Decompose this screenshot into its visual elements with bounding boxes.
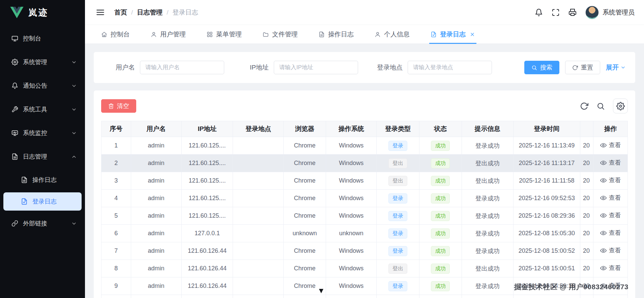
cell-actions: 查看	[593, 295, 628, 298]
sidebar-item-notice[interactable]: 通知公告	[3, 76, 82, 95]
table-row[interactable]: 2admin121.60.125....ChromeWindows登出成功登出成…	[101, 155, 628, 172]
column-header: 序号	[101, 121, 131, 137]
breadcrumb-item[interactable]: 日志管理	[137, 8, 163, 17]
cell-message: 登录成功	[462, 190, 513, 207]
sidebar-item-login-log[interactable]: 登录日志	[3, 192, 82, 211]
view-button[interactable]: 查看	[600, 211, 621, 219]
search-field-ip: IP地址	[237, 61, 358, 74]
content-area: 用户名IP地址登录地点 搜索 重置 展开	[85, 44, 644, 298]
cell-username: admin	[131, 155, 181, 172]
tab-profile[interactable]: 个人信息	[375, 25, 410, 44]
tab-login-log[interactable]: 登录日志	[431, 25, 475, 44]
view-label: 查看	[609, 211, 621, 219]
reset-button[interactable]: 重置	[565, 61, 600, 74]
cell-actions: 查看	[593, 155, 628, 172]
tab-label: 登录日志	[440, 30, 466, 39]
cell-login-type: 登出	[377, 172, 419, 190]
sidebar-item-system[interactable]: 系统管理	[3, 53, 82, 72]
cell-status: 成功	[419, 277, 462, 295]
sidebar-item-tools[interactable]: 系统工具	[3, 100, 82, 119]
breadcrumb-separator: /	[131, 9, 133, 16]
logo-text: 岚迹	[28, 7, 49, 19]
view-button[interactable]: 查看	[600, 246, 621, 254]
cell-status: 成功	[419, 155, 462, 172]
tab-users[interactable]: 用户管理	[151, 25, 186, 44]
search-toggle-icon[interactable]	[596, 102, 605, 110]
tab-files[interactable]: 文件管理	[263, 25, 298, 44]
search-button[interactable]: 搜索	[524, 61, 559, 74]
table-row[interactable]: 7admin121.60.126.44ChromeWindows登录成功登录成功…	[101, 242, 628, 260]
printer-icon[interactable]	[568, 8, 577, 17]
table-row[interactable]: 8admin121.60.126.44ChromeWindows登出成功登出成功…	[101, 260, 628, 277]
sidebar-item-logs[interactable]: 日志管理	[3, 147, 82, 166]
doc-check-icon	[431, 31, 437, 37]
cell-login-time: 2025-12-08 15:05:30	[513, 225, 580, 242]
view-button[interactable]: 查看	[600, 176, 621, 184]
table-row[interactable]: 9admin121.60.126.44ChromeWindows登录成功登录成功…	[101, 277, 628, 295]
status-tag: 成功	[431, 141, 450, 151]
cell-actions: 查看	[593, 225, 628, 242]
sidebar-item-op-log[interactable]: 操作日志	[3, 171, 82, 189]
cell-login-time: 2025-12-08 15:00:52	[513, 242, 580, 260]
cell-message: 登出成功	[462, 155, 513, 172]
tab-label: 文件管理	[272, 30, 298, 39]
username-input[interactable]	[140, 61, 224, 74]
sidebar-item-label: 系统监控	[23, 129, 71, 137]
view-button[interactable]: 查看	[600, 281, 621, 290]
cell-ip: 121.60.125....	[181, 207, 233, 225]
close-icon[interactable]	[470, 32, 475, 37]
tab-menus[interactable]: 菜单管理	[207, 25, 242, 44]
view-label: 查看	[609, 264, 621, 272]
view-button[interactable]: 查看	[600, 159, 621, 167]
app-root: 岚迹 控制台系统管理通知公告系统工具系统监控日志管理操作日志登录日志外部链接 首…	[0, 0, 644, 298]
refresh-table-icon[interactable]	[580, 102, 588, 110]
table-row[interactable]: 4admin121.60.125....ChromeWindows登录成功登录成…	[101, 190, 628, 207]
table-row[interactable]: 3admin121.60.125....ChromeWindows登出成功登出成…	[101, 172, 628, 190]
user-menu[interactable]: 系统管理员	[585, 6, 635, 19]
table-row[interactable]: 1admin121.60.125....ChromeWindows登录成功登录成…	[101, 137, 628, 155]
cell-login-time: 2025-12-16 11:13:49	[513, 137, 580, 155]
sidebar: 岚迹 控制台系统管理通知公告系统工具系统监控日志管理操作日志登录日志外部链接	[0, 0, 85, 298]
column-header: 操作	[593, 121, 628, 137]
view-button[interactable]: 查看	[600, 264, 621, 272]
expand-toggle[interactable]: 展开	[606, 63, 626, 72]
refresh-icon	[572, 65, 578, 71]
sidebar-collapse-icon[interactable]	[96, 8, 105, 17]
sidebar-item-dashboard[interactable]: 控制台	[3, 29, 82, 48]
column-header: 登录时间	[513, 121, 580, 137]
chevron-down-icon	[71, 83, 77, 89]
tab-label: 个人信息	[384, 30, 410, 39]
cell-login-time: 2025-12-16 11:13:17	[513, 155, 580, 172]
eye-icon	[600, 282, 607, 289]
location-input[interactable]	[408, 61, 492, 74]
table-row[interactable]: 6admin127.0.0.1unknownunknown登录成功登录成功202…	[101, 225, 628, 242]
doc-text-icon	[11, 153, 18, 160]
cell-index: 5	[101, 207, 131, 225]
cell-browser: Chrome	[284, 155, 326, 172]
tab-dashboard[interactable]: 控制台	[101, 25, 130, 44]
user-icon	[375, 31, 381, 37]
column-header: 操作系统	[326, 121, 377, 137]
view-button[interactable]: 查看	[600, 141, 621, 149]
field-label: 用户名	[103, 63, 135, 72]
table-row[interactable]: 5admin121.60.125....ChromeWindows登录成功登录成…	[101, 207, 628, 225]
view-button[interactable]: 查看	[600, 229, 621, 237]
column-settings-button[interactable]	[613, 99, 628, 113]
fullscreen-icon[interactable]	[552, 8, 560, 17]
notification-bell-icon[interactable]	[535, 8, 543, 17]
sidebar-item-external[interactable]: 外部链接	[3, 214, 82, 233]
view-label: 查看	[609, 176, 621, 184]
clear-button[interactable]: 清空	[101, 99, 136, 113]
logo[interactable]: 岚迹	[0, 0, 85, 25]
view-button[interactable]: 查看	[600, 194, 621, 202]
table-row[interactable]: 10admin121.60.126.44ChromeWindows登出成功登出成…	[101, 295, 628, 298]
cell-clipped: 20	[580, 172, 593, 190]
cell-os: Windows	[326, 207, 377, 225]
sidebar-item-monitor[interactable]: 系统监控	[3, 124, 82, 142]
tab-op-log[interactable]: 操作日志	[319, 25, 354, 44]
eye-icon	[600, 247, 607, 254]
cell-os: Windows	[326, 155, 377, 172]
ip-input[interactable]	[274, 61, 358, 74]
monitor-icon	[11, 130, 18, 136]
breadcrumb-item[interactable]: 首页	[114, 8, 127, 17]
